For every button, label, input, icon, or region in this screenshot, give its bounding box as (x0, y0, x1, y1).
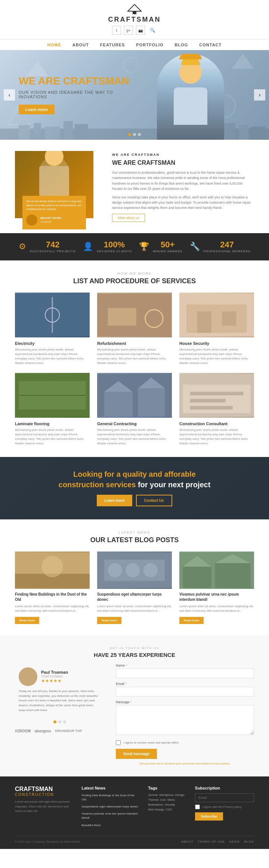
tag-joomla[interactable]: Joomla (148, 793, 158, 797)
svg-rect-48 (183, 566, 211, 588)
tag-themes[interactable]: Themes (148, 798, 159, 801)
twitter-icon[interactable]: t (112, 26, 121, 35)
nav-portfolio[interactable]: PORTFOLIO (136, 43, 163, 47)
service-img-refurbishment (97, 293, 172, 337)
blog-grid: Finding New Buildings in the Dust of the… (15, 552, 254, 624)
nav-blog[interactable]: BLOG (175, 43, 188, 47)
stats-bar: ⚙ 742 SUCCESSFULL PROJECTS 👤 100% SATISI… (0, 233, 269, 260)
footer-news-link-1[interactable]: Finding New Buildings in the Dust of the… (81, 793, 140, 801)
footer-news-link-2[interactable]: Suspendisse eget ullamcorper turps donec (81, 804, 140, 809)
cta-learn-btn[interactable]: Learn more (97, 495, 132, 506)
subscribe-privacy-checkbox[interactable] (195, 804, 200, 809)
hero-dot-3[interactable] (138, 133, 141, 136)
tag-web-design[interactable]: Web Design (148, 808, 164, 811)
email-input[interactable] (116, 687, 254, 696)
footer-link-blog[interactable]: BLOG (244, 840, 254, 843)
tag-wordpress[interactable]: Wordpress (159, 793, 174, 797)
service-text-electricity: Microdosing jean shorts photo booth, art… (15, 347, 90, 365)
services-section: HOW WE WORK LIST AND PROCEDURE OF SERVIC… (0, 260, 269, 457)
contact-title: HAVE 25 YEARS EXPERIENCE (15, 652, 254, 658)
blog-eyebrow: LATEST NEWS (15, 531, 254, 534)
blog-read-more-2[interactable]: Read more (97, 617, 121, 624)
hero-next-arrow[interactable]: › (254, 89, 265, 101)
about-more-btn[interactable]: More about us (112, 214, 145, 222)
tag-menu[interactable]: Menu (167, 798, 175, 801)
footer-link-about[interactable]: ABOUT (181, 840, 194, 843)
svg-rect-13 (224, 123, 235, 140)
blog-text-2: Lorem ipsum dolor sit amet, consectetuer… (97, 604, 172, 613)
footer-subscribe-title: Subscription (195, 786, 254, 790)
footer-link-news[interactable]: NEWS (229, 840, 240, 843)
blog-card-1: Finding New Buildings in the Dust of the… (15, 552, 90, 624)
contact-section: GET IN TOUCH WITH US HAVE 25 YEARS EXPER… (0, 635, 269, 776)
privacy-note: We promise not to disclose your personal… (116, 762, 254, 765)
hero-pagination (128, 133, 141, 136)
main-nav: HOME ABOUT FEATURES PORTFOLIO BLOG CONTA… (0, 39, 269, 50)
message-textarea[interactable] (116, 705, 254, 735)
nav-about[interactable]: ABOUT (72, 43, 89, 47)
contact-eyebrow: GET IN TOUCH WITH US (15, 646, 254, 650)
tag-css[interactable]: CSS (166, 808, 172, 811)
nav-home[interactable]: HOME (47, 43, 61, 47)
cta-contact-btn[interactable]: Contact Us (136, 495, 172, 506)
blog-read-more-3[interactable]: Read more (179, 617, 204, 624)
blog-text-1: Lorem ipsum dolor sit amet, consectetuer… (15, 604, 90, 613)
blog-img-1 (15, 552, 90, 589)
awards-icon: 🏆 (139, 242, 149, 251)
svg-point-44 (108, 563, 122, 577)
service-title-refurbishment: Refurbishment (97, 341, 172, 346)
about-eyebrow: WE ARE CRAFTSMAN (112, 153, 254, 157)
svg-rect-50 (215, 563, 250, 588)
subscribe-btn[interactable]: Subscribe (195, 812, 223, 821)
tag-design[interactable]: Design (175, 793, 185, 797)
hero-prev-arrow[interactable]: ‹ (4, 89, 15, 101)
quote-text: We should always behave and act in a way… (26, 200, 82, 211)
service-card-electricity: Electricity Microdosing jean shorts phot… (15, 293, 90, 365)
service-title-house-security: House Security (179, 341, 254, 346)
hero-dot-2[interactable] (133, 133, 136, 136)
nav-contact[interactable]: CONTACT (199, 43, 222, 47)
cta-title: Looking for a quality and afforable (15, 470, 254, 479)
stat-workers: 🔧 247 PROFESSIONAL WORKERS (190, 241, 251, 253)
blog-section: LATEST NEWS OUR LATEST BLOG POSTS Findin… (0, 519, 269, 635)
testimonial-role: Chief Architect (41, 674, 68, 678)
testimonial-text: Today we can tell you, thanks to your pa… (19, 689, 101, 713)
blog-card-2: Suspendisse eget ullamcorper turps donec… (97, 552, 172, 624)
service-text-refurbishment: Microdosing jean shorts photo booth, art… (97, 347, 172, 365)
blog-read-more-1[interactable]: Read more (15, 617, 39, 624)
tag-icon[interactable]: Icon (160, 798, 166, 801)
blog-title-3: Vivamus pulvinar urna nec ipsum interdum… (179, 592, 254, 602)
service-card-contracting: General Contracting Microdosing jean sho… (97, 373, 172, 446)
service-text-contracting: Microdosing jean shorts photo booth, art… (97, 428, 172, 446)
submit-btn[interactable]: Send message (116, 749, 157, 759)
footer: CRAFTSMAN CONSTRUCTION Lorem accumsan si… (0, 776, 269, 849)
dot-1[interactable] (53, 720, 56, 723)
search-icon[interactable]: 🔍 (148, 26, 157, 35)
svg-rect-24 (197, 311, 211, 333)
stat-label-awards: WINING AWARDS (153, 250, 182, 253)
tag-illustrations[interactable]: Illustrations (148, 803, 163, 806)
svg-point-6 (123, 58, 138, 72)
partner-sburgess: sburgess (34, 729, 51, 733)
dot-2[interactable] (58, 720, 61, 723)
footer-news-link-4[interactable]: Beautiful More (81, 823, 140, 827)
hero-learn-more-btn[interactable]: Learn more (19, 105, 55, 114)
camera-icon[interactable]: 📷 (136, 26, 145, 35)
svg-rect-12 (75, 124, 88, 140)
service-card-house-security: House Security Microdosing jean shorts p… (179, 293, 254, 365)
footer-news-item-1: Finding New Buildings in the Dust of the… (81, 793, 140, 801)
subscribe-email-input[interactable] (195, 793, 254, 802)
google-icon[interactable]: g+ (124, 26, 133, 35)
footer-link-terms[interactable]: TERMS OF USE (198, 840, 225, 843)
tag-visually[interactable]: Visually (165, 803, 175, 806)
service-img-laminate (15, 373, 90, 418)
hero-dot-1[interactable] (128, 133, 131, 136)
nav-features[interactable]: FEATURES (100, 43, 125, 47)
svg-rect-37 (190, 399, 226, 402)
name-input[interactable] (116, 668, 254, 678)
consent-checkbox[interactable] (116, 740, 121, 745)
dot-3[interactable] (63, 720, 66, 723)
footer-news-link-3[interactable]: Vivamus pulvinar urna nec ipsum interdum… (81, 812, 140, 820)
consent-row: I agree to receive news and special offe… (116, 740, 254, 745)
stat-clients: 👤 100% SATISIFED CLIENTS (83, 241, 132, 253)
